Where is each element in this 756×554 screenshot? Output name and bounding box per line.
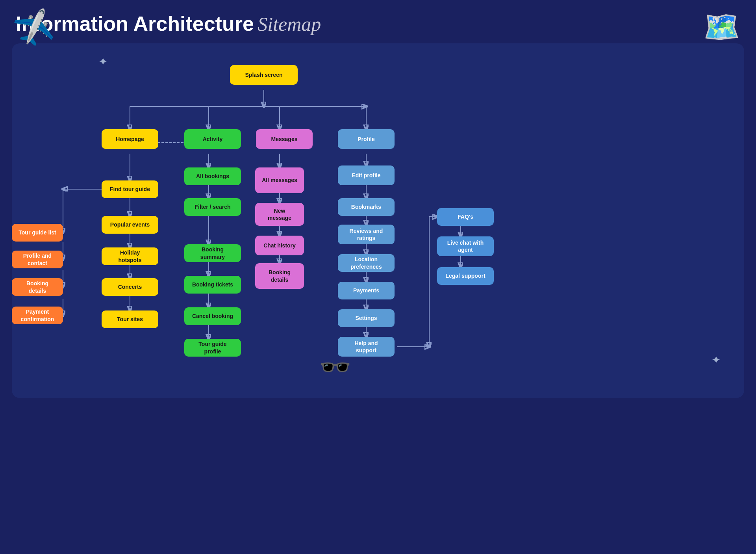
diagram-container: ✦ ✦ 🕶️ — [12, 43, 744, 398]
popular-events-node: Popular events — [102, 216, 158, 234]
profile-and-contact-node: Profile and contact — [12, 251, 63, 268]
location-preferences-node: Location preferences — [338, 254, 395, 272]
all-bookings-node: All bookings — [184, 167, 241, 185]
booking-tickets-node: Booking tickets — [184, 276, 241, 294]
concerts-node: Concerts — [102, 278, 158, 296]
booking-details-orange-node: Booking details — [12, 278, 63, 296]
page-header: Information Architecture Sitemap — [8, 8, 748, 43]
cancel-booking-node: Cancel booking — [184, 307, 241, 325]
messages-node: Messages — [256, 129, 313, 149]
settings-node: Settings — [338, 309, 395, 327]
splash-screen-node: Splash screen — [230, 65, 298, 85]
tour-guide-profile-node: Tour guide profile — [184, 339, 241, 357]
booking-details-purple-node: Booking details — [255, 263, 304, 289]
all-messages-node: All messages — [255, 167, 304, 193]
chat-history-node: Chat history — [255, 236, 304, 255]
glasses-deco: 🕶️ — [319, 352, 351, 382]
star-deco-1: ✦ — [98, 55, 107, 68]
homepage-node: Homepage — [102, 129, 158, 149]
map-icon: 🗺️ — [703, 10, 740, 45]
payment-confirmation-node: Payment confirmation — [12, 307, 63, 324]
star-deco-2: ✦ — [712, 353, 721, 366]
find-tour-guide-node: Find tour guide — [102, 180, 158, 198]
profile-node: Profile — [338, 129, 395, 149]
activity-node: Activity — [184, 129, 241, 149]
filter-search-node: Filter / search — [184, 198, 241, 216]
faqs-node: FAQ's — [437, 208, 494, 226]
reviews-ratings-node: Reviews and ratings — [338, 225, 395, 244]
live-chat-node: Live chat with agent — [437, 236, 494, 256]
tour-sites-node: Tour sites — [102, 310, 158, 328]
help-support-node: Help and support — [338, 337, 395, 357]
payments-node: Payments — [338, 282, 395, 299]
edit-profile-node: Edit profile — [338, 165, 395, 185]
booking-summary-node: Booking summary — [184, 244, 241, 262]
page-subtitle: Sitemap — [258, 13, 321, 35]
new-message-node: New message — [255, 203, 304, 226]
legal-support-node: Legal suppoort — [437, 267, 494, 285]
tour-guide-list-node: Tour guide list — [12, 224, 63, 242]
bookmarks-node: Bookmarks — [338, 198, 395, 216]
holiday-hotspots-node: Holiday hotspots — [102, 247, 158, 265]
